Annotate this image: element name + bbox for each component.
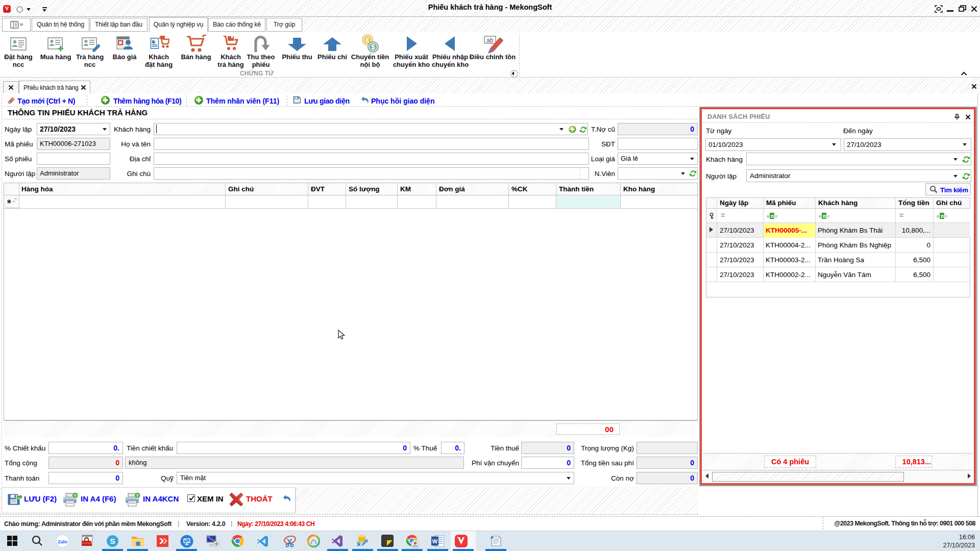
svg-text:a: a	[819, 214, 821, 218]
svg-text:€: €	[365, 36, 369, 44]
svg-text:S: S	[110, 537, 115, 545]
svg-text:c: c	[775, 214, 777, 218]
svg-text:B: B	[771, 214, 774, 219]
svg-text:W: W	[432, 538, 438, 544]
svg-text:c: c	[827, 214, 829, 218]
svg-text:c: c	[945, 214, 947, 218]
svg-text:?: ?	[136, 493, 139, 498]
svg-text:?: ?	[74, 493, 77, 498]
svg-text:Zalo: Zalo	[58, 539, 67, 544]
svg-text:a: a	[767, 214, 769, 218]
svg-text:B: B	[823, 214, 826, 219]
svg-text:ab: ab	[486, 37, 494, 44]
svg-text:a: a	[937, 214, 939, 218]
svg-text:B: B	[941, 214, 944, 219]
svg-text:$: $	[371, 43, 375, 51]
